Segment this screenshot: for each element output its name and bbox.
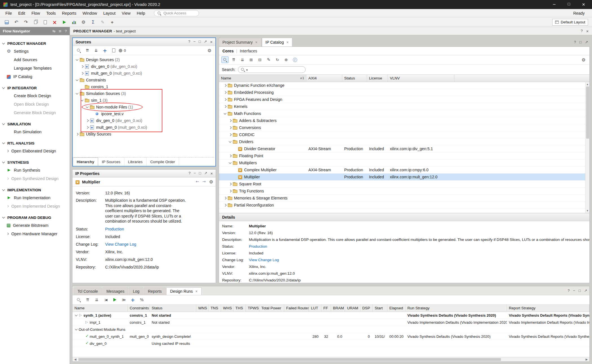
minimize-icon[interactable] bbox=[573, 288, 575, 293]
settings-gear-icon[interactable] bbox=[209, 179, 213, 185]
flownav-item[interactable]: Run Implementation bbox=[0, 194, 70, 202]
catalog-row[interactable]: Multipliers bbox=[219, 159, 589, 167]
flownav-item[interactable]: Generate Bitstream bbox=[0, 221, 70, 230]
delete-button[interactable] bbox=[51, 19, 59, 26]
close-icon[interactable] bbox=[210, 171, 213, 176]
scroll-left-icon[interactable] bbox=[73, 358, 77, 361]
catalog-search-box[interactable] bbox=[238, 66, 306, 73]
expander-icon[interactable] bbox=[74, 329, 79, 330]
maximize-icon[interactable] bbox=[578, 288, 581, 293]
column-header[interactable]: THS bbox=[233, 305, 246, 312]
redo-button[interactable] bbox=[22, 19, 30, 26]
messages-filter-button[interactable]: 0 bbox=[119, 47, 126, 54]
menu-item[interactable]: Layout bbox=[100, 10, 119, 16]
expander-icon[interactable] bbox=[85, 117, 90, 124]
catalog-search-input[interactable] bbox=[249, 67, 303, 72]
expander-icon[interactable] bbox=[79, 70, 85, 77]
expander-icon[interactable] bbox=[227, 120, 233, 122]
property-value[interactable]: xilinx.com:ip:mult_gen:12.0 bbox=[105, 256, 153, 263]
options-icon[interactable] bbox=[59, 29, 62, 33]
catalog-row[interactable]: Conversions bbox=[219, 124, 589, 131]
quick-access-search[interactable]: Quick Access bbox=[154, 10, 199, 16]
undo-button[interactable] bbox=[12, 19, 20, 26]
scroll-right-icon[interactable] bbox=[585, 358, 589, 361]
float-icon[interactable] bbox=[584, 288, 587, 293]
catalog-row[interactable]: Kernels bbox=[219, 103, 589, 110]
catalog-row[interactable]: Math Functions bbox=[219, 110, 589, 117]
expander-icon[interactable] bbox=[227, 183, 233, 185]
flownav-item[interactable]: PROGRAM AND DEBUG bbox=[0, 214, 70, 221]
expander-icon[interactable] bbox=[79, 83, 85, 90]
customize-button[interactable] bbox=[265, 56, 272, 63]
help-icon[interactable] bbox=[189, 171, 191, 176]
expander-icon[interactable] bbox=[74, 56, 79, 63]
column-header[interactable]: TNS bbox=[209, 305, 221, 312]
scrollbar-thumb[interactable] bbox=[78, 358, 501, 361]
column-header[interactable]: DSP bbox=[360, 305, 373, 312]
column-header[interactable]: Elapsed bbox=[387, 305, 405, 312]
hierarchy-view-button[interactable] bbox=[256, 56, 264, 63]
step-forward-button[interactable] bbox=[120, 296, 127, 303]
menu-item[interactable]: Edit bbox=[15, 10, 28, 16]
column-header[interactable]: BRAM bbox=[331, 305, 345, 312]
expander-icon[interactable] bbox=[74, 77, 79, 83]
detail-value[interactable]: 12.0 (Rev. 16) bbox=[249, 230, 273, 236]
menu-item[interactable]: View bbox=[119, 10, 134, 16]
flownav-item[interactable]: Open Implemented Design bbox=[0, 202, 70, 210]
edit-button[interactable] bbox=[99, 19, 107, 26]
group-by-button[interactable] bbox=[248, 56, 255, 63]
property-value[interactable]: View Change Log bbox=[105, 241, 136, 248]
catalog-row[interactable]: Partial Reconfiguration bbox=[219, 202, 589, 209]
column-header[interactable]: Total Power bbox=[259, 305, 284, 312]
catalog-row[interactable]: Dynamic Function eXchange bbox=[219, 82, 589, 89]
horizontal-scrollbar[interactable] bbox=[72, 357, 589, 361]
menu-item[interactable]: Reports bbox=[59, 10, 79, 16]
help-icon[interactable] bbox=[567, 288, 569, 293]
sum-button[interactable] bbox=[89, 19, 97, 26]
flownav-item[interactable]: IP Catalog bbox=[0, 72, 70, 81]
sources-view-tab[interactable]: Compile Order bbox=[147, 157, 179, 166]
flownav-item[interactable]: Add Sources bbox=[0, 56, 70, 64]
maximize-icon[interactable] bbox=[199, 171, 201, 176]
column-header[interactable]: Constraints bbox=[128, 305, 150, 312]
flownav-item[interactable]: Run Simulation bbox=[0, 128, 70, 136]
bottom-tab[interactable]: Messages bbox=[102, 287, 128, 295]
flownav-item[interactable]: Open Block Design bbox=[0, 100, 70, 108]
catalog-row[interactable]: Floating Point bbox=[219, 152, 589, 159]
expand-all-button[interactable] bbox=[93, 296, 100, 303]
catalog-row[interactable]: Embedded Processing bbox=[219, 89, 589, 96]
flownav-item[interactable]: Open Synthesized Design bbox=[0, 174, 70, 183]
expander-icon[interactable] bbox=[79, 63, 85, 70]
detail-value[interactable]: Xilinx, Inc. bbox=[249, 263, 266, 270]
maximize-button[interactable] bbox=[567, 2, 571, 8]
tab-close-icon[interactable] bbox=[286, 40, 289, 45]
expander-icon[interactable] bbox=[227, 127, 233, 129]
tree-row[interactable]: mult_gen_0 (mult_gen_0.xci) bbox=[73, 70, 215, 77]
menu-item[interactable]: Help bbox=[134, 10, 148, 16]
column-header[interactable]: Name ∧1 bbox=[219, 75, 306, 82]
bottom-tab[interactable]: Tcl Console bbox=[74, 287, 102, 295]
property-value[interactable]: Xilinx, Inc. bbox=[105, 248, 123, 256]
search-button[interactable] bbox=[75, 47, 82, 54]
expander-icon[interactable] bbox=[79, 97, 85, 104]
property-value[interactable]: C:/Xilinx/Vivado/2020.2/data/ip bbox=[105, 263, 159, 271]
flownav-item[interactable]: Create Block Design bbox=[0, 92, 70, 100]
expander-icon[interactable] bbox=[227, 141, 233, 142]
bottom-tab[interactable]: Design Runs bbox=[166, 287, 202, 295]
flownav-item[interactable]: Open Elaborated Design bbox=[0, 147, 70, 155]
flownav-item[interactable]: Settings bbox=[0, 47, 70, 56]
expander-icon[interactable] bbox=[74, 90, 79, 97]
design-run-row[interactable]: div_gen_0 Using cached IP results bbox=[72, 340, 589, 347]
flownav-item[interactable]: Open Hardware Manager bbox=[0, 230, 70, 238]
float-icon[interactable] bbox=[204, 39, 207, 44]
menu-item[interactable]: Tools bbox=[43, 10, 59, 16]
float-icon[interactable] bbox=[585, 40, 588, 44]
column-header[interactable]: TPWS bbox=[246, 305, 259, 312]
flownav-item[interactable]: SIMULATION bbox=[0, 120, 70, 128]
help-icon[interactable] bbox=[188, 39, 190, 44]
search-toggle-button[interactable] bbox=[221, 56, 229, 63]
property-value[interactable]: 12.0 (Rev. 16) bbox=[105, 189, 130, 197]
detail-value[interactable]: C:/Xilinx/Vivado/2020.2/data/ip bbox=[249, 277, 301, 283]
document-tab[interactable]: IP Catalog bbox=[262, 38, 292, 46]
column-header[interactable]: AXI4 bbox=[306, 75, 342, 82]
